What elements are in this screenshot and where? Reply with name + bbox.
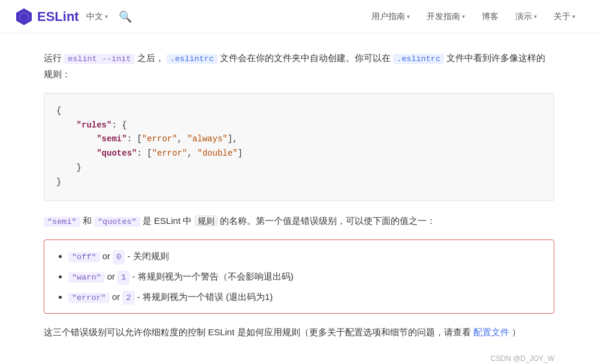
lang-label: 中文 <box>86 11 103 22</box>
footer-paragraph: 这三个错误级别可以允许你细粒度的控制 ESLint 是如何应用规则（更多关于配置… <box>44 324 554 340</box>
brand-name: ESLint <box>37 9 79 25</box>
code-line-6: } <box>56 175 542 190</box>
nav-demo-label: 演示 <box>515 11 532 22</box>
code-val-always: "always" <box>187 134 227 144</box>
nav-item-userguide[interactable]: 用户指南 ▾ <box>363 0 418 34</box>
nav-item-demo[interactable]: 演示 ▾ <box>507 0 545 34</box>
desc-text4: 是 ESLint 中 <box>143 216 192 226</box>
code-key-semi: "semi" <box>96 134 126 144</box>
nav-menu: 用户指南 ▾ 开发指南 ▾ 博客 演示 ▾ 关于 ▾ <box>363 0 584 34</box>
lang-selector[interactable]: 中文 ▾ <box>86 11 108 22</box>
code-val-double: "double" <box>197 148 237 158</box>
navbar: ESLint 中文 ▾ 🔍 用户指南 ▾ 开发指南 ▾ 博客 演示 ▾ 关于 ▾ <box>0 0 598 34</box>
desc-paragraph: "semi" 和 "quotes" 是 ESLint 中 规则 的名称。第一个值… <box>44 213 554 229</box>
nav-blog-label: 博客 <box>482 11 499 22</box>
search-icon[interactable]: 🔍 <box>119 10 132 23</box>
code-line-4: "quotes": ["error", "double"] <box>56 147 542 161</box>
bullet-or-0: or <box>102 251 113 261</box>
code-val-error2: "error" <box>152 148 188 158</box>
code-key-rules: "rules" <box>77 120 112 130</box>
code-line-3: "semi": ["error", "always"], <box>56 132 542 147</box>
nav-devguide-chevron: ▾ <box>462 13 465 20</box>
desc-and: 和 <box>83 216 92 226</box>
code-line-5: } <box>56 161 542 175</box>
list-item-off: "off" or 0 - 关闭规则 <box>68 248 542 265</box>
bullet-code-off: "off" <box>68 252 100 262</box>
intro-text3: 文件会在你的文件夹中自动创建。你可以在 <box>220 53 391 63</box>
cmd-eslintrc1: .eslintrc <box>167 54 218 64</box>
cmd-eslint-init: eslint --init <box>64 54 134 64</box>
desc-quotes: "quotes" <box>94 217 140 227</box>
main-content: 运行 eslint --init 之后， .eslintrc 文件会在你的文件夹… <box>29 34 569 364</box>
intro-text2: 之后， <box>137 53 164 63</box>
eslint-logo-icon <box>14 7 34 26</box>
nav-about-label: 关于 <box>554 11 570 22</box>
open-brace: { <box>56 106 61 116</box>
footer-text1: 这三个错误级别可以允许你细粒度的控制 ESLint 是如何应用规则（更多关于配置… <box>44 327 471 337</box>
bullet-text-2: - 将规则视为一个错误 (退出码为1) <box>137 292 273 302</box>
lang-chevron: ▾ <box>105 13 108 20</box>
bullet-text-1: - 将规则视为一个警告（不会影响退出码) <box>132 271 294 281</box>
bullet-num-0: 0 <box>113 250 125 265</box>
bullet-list-box: "off" or 0 - 关闭规则 "warn" or 1 - 将规则视为一个警… <box>44 239 554 314</box>
error-level-list: "off" or 0 - 关闭规则 "warn" or 1 - 将规则视为一个警… <box>66 248 542 305</box>
bullet-code-warn: "warn" <box>68 272 105 283</box>
code-block: { "rules": { "semi": ["error", "always"]… <box>44 93 554 201</box>
nav-item-blog[interactable]: 博客 <box>473 0 507 34</box>
list-item-warn: "warn" or 1 - 将规则视为一个警告（不会影响退出码) <box>68 269 542 285</box>
desc-semi: "semi" <box>44 217 80 227</box>
nav-about-chevron: ▾ <box>572 13 575 20</box>
bullet-num-2: 2 <box>122 291 134 305</box>
bullet-or-2: or <box>112 292 123 302</box>
nav-userguide-label: 用户指南 <box>372 11 405 22</box>
code-line-1: { <box>56 104 542 119</box>
nav-item-about[interactable]: 关于 ▾ <box>545 0 584 34</box>
code-line-2: "rules": { <box>56 119 542 133</box>
intro-paragraph: 运行 eslint --init 之后， .eslintrc 文件会在你的文件夹… <box>44 50 554 82</box>
inner-close-brace: } <box>77 163 81 172</box>
bullet-num-1: 1 <box>117 271 129 285</box>
attribution: CSDN @D_JOY_W <box>44 354 554 363</box>
desc-rule-word: 规则 <box>195 216 218 226</box>
list-item-error: "error" or 2 - 将规则视为一个错误 (退出码为1) <box>68 289 542 305</box>
code-val-error1: "error" <box>142 134 177 144</box>
outer-close-brace: } <box>56 177 61 187</box>
desc-text6: 的名称。第一个值是错误级别，可以使下面的值之一： <box>220 216 436 226</box>
bullet-code-error: "error" <box>68 293 110 303</box>
nav-userguide-chevron: ▾ <box>407 13 410 20</box>
nav-demo-chevron: ▾ <box>534 13 537 20</box>
nav-item-devguide[interactable]: 开发指南 ▾ <box>418 0 473 34</box>
code-key-quotes: "quotes" <box>96 148 137 158</box>
intro-text1: 运行 <box>44 53 62 63</box>
cmd-eslintrc2: .eslintrc <box>393 54 444 64</box>
bullet-text-0: - 关闭规则 <box>127 251 168 261</box>
config-file-link[interactable]: 配置文件 <box>473 327 509 337</box>
brand[interactable]: ESLint <box>14 7 79 26</box>
nav-devguide-label: 开发指南 <box>427 11 460 22</box>
bullet-or-1: or <box>107 271 118 281</box>
footer-text2: ） <box>512 327 521 337</box>
